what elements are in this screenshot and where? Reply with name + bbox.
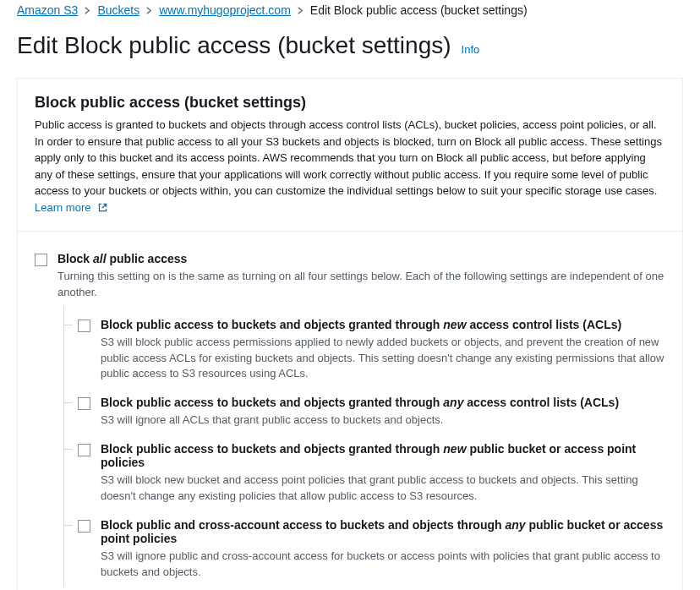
option-title: Block public and cross-account access to… [101,518,665,545]
chevron-right-icon [84,7,91,14]
checkbox-new-policies[interactable] [78,444,90,456]
option-desc: S3 will block public access permissions … [101,335,665,383]
breadcrumb-link-bucket-name[interactable]: www.myhugoproject.com [159,3,291,17]
settings-panel: Block public access (bucket settings) Pu… [17,78,683,590]
option-desc: S3 will block new bucket and access poin… [101,473,665,505]
checkbox-block-all[interactable] [35,254,47,266]
checkbox-any-acls[interactable] [78,397,90,410]
panel-header: Block public access (bucket settings) Pu… [18,79,682,232]
chevron-right-icon [145,7,153,14]
checkbox-new-acls[interactable] [78,320,90,332]
breadcrumb-link-buckets[interactable]: Buckets [97,3,139,17]
option-any-acls: Block public access to buckets and objec… [64,389,665,435]
option-any-policies: Block public and cross-account access to… [64,511,665,587]
option-new-policies: Block public access to buckets and objec… [64,435,665,511]
breadcrumb-current: Edit Block public access (bucket setting… [310,3,528,17]
option-new-acls: Block public access to buckets and objec… [64,311,665,390]
option-desc: Turning this setting on is the same as t… [57,269,665,301]
option-title: Block all public access [57,252,665,265]
external-link-icon [97,201,108,218]
breadcrumb: Amazon S3 Buckets www.myhugoproject.com … [0,0,700,24]
child-options: Block public access to buckets and objec… [63,306,665,587]
option-title: Block public access to buckets and objec… [101,318,665,331]
option-title: Block public access to buckets and objec… [101,442,665,469]
checkbox-any-policies[interactable] [78,520,90,533]
chevron-right-icon [297,7,304,14]
option-title: Block public access to buckets and objec… [101,396,665,409]
page-title: Edit Block public access (bucket setting… [17,32,451,59]
learn-more-link[interactable]: Learn more [35,201,108,214]
options-area: Block all public access Turning this set… [18,232,682,590]
option-desc: S3 will ignore all ACLs that grant publi… [101,412,665,429]
breadcrumb-link-s3[interactable]: Amazon S3 [17,3,78,17]
panel-description: Public access is granted to buckets and … [35,117,665,217]
panel-title: Block public access (bucket settings) [35,94,665,112]
option-block-all: Block all public access Turning this set… [35,252,665,587]
page-heading: Edit Block public access (bucket setting… [0,24,700,78]
info-link[interactable]: Info [462,43,480,56]
option-desc: S3 will ignore public and cross-account … [101,549,665,581]
